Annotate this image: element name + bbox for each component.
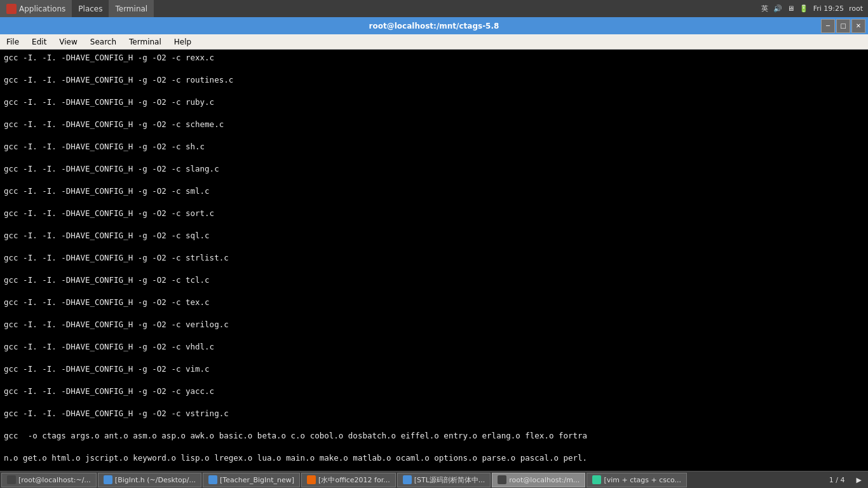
terminal-line: gcc -I. -I. -DHAVE_CONFIG_H -g -O2 -c re… bbox=[4, 52, 864, 64]
terminal-line: gcc -I. -I. -DHAVE_CONFIG_H -g -O2 -c ru… bbox=[4, 97, 864, 108]
terminal-line: gcc -I. -I. -DHAVE_CONFIG_H -g -O2 -c so… bbox=[4, 208, 864, 219]
terminal-line: gcc -I. -I. -DHAVE_CONFIG_H -g -O2 -c vi… bbox=[4, 363, 864, 375]
taskbar-arrow[interactable]: ▶ bbox=[851, 476, 867, 484]
volume-icon: 🔊 bbox=[773, 4, 782, 13]
task-label: [STL源码剖析简体中... bbox=[414, 475, 485, 485]
terminal-menu[interactable]: Terminal bbox=[109, 0, 154, 17]
taskbar-item-5[interactable]: root@localhost:/m... bbox=[492, 473, 585, 487]
taskbar: [root@localhost:~/...[BigInt.h (~/Deskto… bbox=[0, 471, 868, 488]
terminal-line: gcc -I. -I. -DHAVE_CONFIG_H -g -O2 -c sl… bbox=[4, 163, 864, 175]
app-icon bbox=[6, 4, 17, 14]
minimize-button[interactable]: ─ bbox=[821, 19, 835, 33]
taskbar-item-2[interactable]: [Teacher_BigInt_new] bbox=[203, 473, 300, 487]
clock: Fri 19:25 bbox=[813, 4, 844, 13]
task-icon bbox=[307, 475, 316, 484]
terminal-label: Terminal bbox=[115, 4, 147, 13]
taskbar-item-4[interactable]: [STL源码剖析简体中... bbox=[397, 473, 491, 487]
menu-help[interactable]: Help bbox=[168, 34, 198, 49]
task-label: [BigInt.h (~/Desktop/... bbox=[115, 476, 196, 484]
battery-icon: 🔋 bbox=[799, 4, 808, 13]
terminal-line: gcc -I. -I. -DHAVE_CONFIG_H -g -O2 -c st… bbox=[4, 252, 864, 264]
system-tray: 英 🔊 🖥 🔋 Fri 19:25 root bbox=[761, 4, 868, 13]
task-icon bbox=[498, 475, 506, 484]
window-title: root@localhost:/mnt/ctags-5.8 bbox=[369, 22, 499, 30]
terminal-line: gcc -I. -I. -DHAVE_CONFIG_H -g -O2 -c sm… bbox=[4, 186, 864, 197]
menu-terminal[interactable]: Terminal bbox=[123, 34, 168, 49]
window-controls: ─ □ ✕ bbox=[821, 19, 865, 33]
taskbar-item-3[interactable]: [水中office2012 for... bbox=[301, 473, 396, 487]
terminal-line: gcc -I. -I. -DHAVE_CONFIG_H -g -O2 -c ya… bbox=[4, 386, 864, 397]
menu-view[interactable]: View bbox=[53, 34, 83, 49]
terminal-line: gcc -I. -I. -DHAVE_CONFIG_H -g -O2 -c sc… bbox=[4, 119, 864, 130]
task-label: [root@localhost:~/... bbox=[18, 476, 91, 484]
task-label: [vim + ctags + csco... bbox=[604, 476, 681, 484]
terminal-line: gcc -I. -I. -DHAVE_CONFIG_H -g -O2 -c tc… bbox=[4, 274, 864, 286]
places-menu[interactable]: Places bbox=[72, 0, 109, 17]
places-label: Places bbox=[78, 4, 102, 13]
terminal-line: gcc -I. -I. -DHAVE_CONFIG_H -g -O2 -c ro… bbox=[4, 74, 864, 86]
terminal-line: gcc -I. -I. -DHAVE_CONFIG_H -g -O2 -c sh… bbox=[4, 141, 864, 152]
applications-menu[interactable]: Applications bbox=[0, 0, 72, 17]
terminal-line: gcc -I. -I. -DHAVE_CONFIG_H -g -O2 -c vh… bbox=[4, 341, 864, 353]
task-icon bbox=[7, 475, 16, 484]
task-icon bbox=[592, 475, 601, 484]
menu-bar: File Edit View Search Terminal Help bbox=[0, 34, 868, 50]
task-icon bbox=[104, 475, 112, 484]
title-bar: root@localhost:/mnt/ctags-5.8 ─ □ ✕ bbox=[0, 17, 868, 34]
task-label: [Teacher_BigInt_new] bbox=[220, 476, 294, 484]
menu-search[interactable]: Search bbox=[84, 34, 123, 49]
task-label: root@localhost:/m... bbox=[509, 476, 580, 484]
terminal-line: n.o get.o html.o jscript.o keyword.o lis… bbox=[4, 452, 864, 464]
terminal-line: gcc -I. -I. -DHAVE_CONFIG_H -g -O2 -c te… bbox=[4, 297, 864, 308]
terminal-line: gcc -I. -I. -DHAVE_CONFIG_H -g -O2 -c ve… bbox=[4, 319, 864, 330]
menu-edit[interactable]: Edit bbox=[25, 34, 53, 49]
system-top-bar: Applications Places Terminal 英 🔊 🖥 🔋 Fri… bbox=[0, 0, 868, 17]
close-button[interactable]: ✕ bbox=[851, 19, 865, 33]
terminal-output[interactable]: gcc -I. -I. -DHAVE_CONFIG_H -g -O2 -c re… bbox=[0, 50, 868, 488]
maximize-button[interactable]: □ bbox=[836, 19, 850, 33]
taskbar-item-1[interactable]: [BigInt.h (~/Desktop/... bbox=[98, 473, 201, 487]
taskbar-item-6[interactable]: [vim + ctags + csco... bbox=[587, 473, 687, 487]
menu-file[interactable]: File bbox=[0, 34, 25, 49]
terminal-line: gcc -I. -I. -DHAVE_CONFIG_H -g -O2 -c sq… bbox=[4, 230, 864, 241]
task-icon bbox=[208, 475, 217, 484]
terminal-line: gcc -o ctags args.o ant.o asm.o asp.o aw… bbox=[4, 430, 864, 442]
taskbar-page: 1 / 4 bbox=[824, 476, 850, 484]
applications-label: Applications bbox=[19, 4, 65, 13]
user-label: root bbox=[849, 4, 863, 13]
taskbar-item-0[interactable]: [root@localhost:~/... bbox=[1, 473, 97, 487]
network-icon: 🖥 bbox=[787, 4, 794, 13]
task-icon bbox=[403, 475, 412, 484]
task-label: [水中office2012 for... bbox=[318, 475, 390, 485]
lang-indicator: 英 bbox=[761, 4, 768, 13]
terminal-window: root@localhost:/mnt/ctags-5.8 ─ □ ✕ File… bbox=[0, 17, 868, 488]
terminal-line: gcc -I. -I. -DHAVE_CONFIG_H -g -O2 -c vs… bbox=[4, 408, 864, 419]
